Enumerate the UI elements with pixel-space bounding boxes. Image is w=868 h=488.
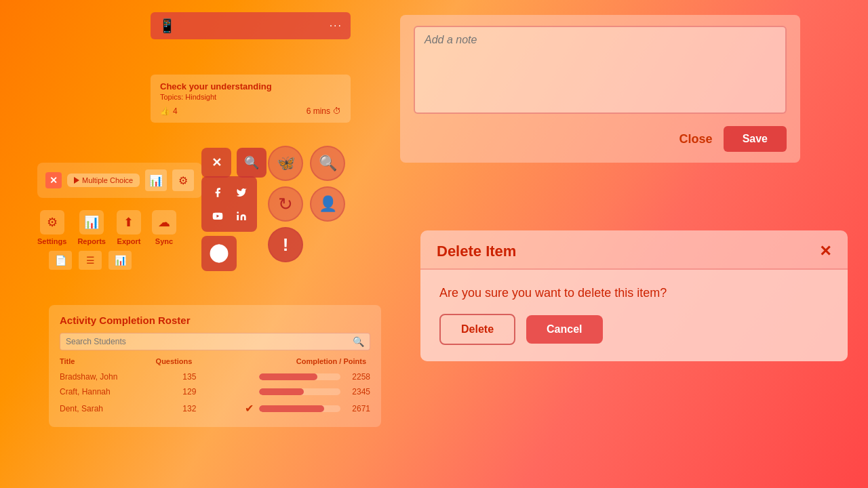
search-icon: 🔍 (353, 336, 364, 347)
list-icon-button[interactable]: ☰ (79, 251, 102, 270)
phone-icon: 📱 (159, 18, 176, 34)
reports-icon: 📊 (79, 210, 104, 235)
points-value: 2258 (346, 372, 370, 382)
note-save-button[interactable]: Save (724, 126, 787, 152)
course-likes: 👍4 (160, 106, 178, 116)
col-title: Title (60, 356, 140, 369)
multiple-choice-button[interactable]: Multiple Choice (67, 174, 140, 187)
progress-bar-fill (259, 405, 324, 412)
export-tool[interactable]: ⬆ Export (117, 210, 141, 245)
delete-dialog-header: Delete Item ✕ (420, 230, 848, 260)
sync-tool[interactable]: ☁ Sync (152, 210, 176, 245)
search-row[interactable]: 🔍 (60, 333, 370, 350)
question-count: 129 (140, 384, 196, 399)
delete-dialog-close-button[interactable]: ✕ (819, 243, 831, 260)
youtube-icon[interactable] (208, 207, 227, 226)
question-count: 135 (140, 369, 196, 384)
progress-bar-background (259, 373, 340, 380)
progress-bar-fill (259, 388, 304, 395)
network-icon-button[interactable] (201, 236, 237, 271)
student-name: Craft, Hannah (60, 384, 140, 399)
search-square-button[interactable]: 🔍 (237, 148, 267, 178)
bar-chart-button[interactable]: 📊 (145, 169, 167, 191)
settings-icon: ⚙ (40, 210, 64, 235)
icon-grid-top: ✕ 🔍 (201, 148, 267, 178)
delete-dialog-title: Delete Item (437, 243, 516, 260)
search-circle-icon[interactable]: 🔍 (310, 146, 345, 181)
bottom-toolbar: ⚙ Settings 📊 Reports ⬆ Export ☁ Sync (37, 210, 176, 245)
course-title: Check your understanding (160, 81, 341, 92)
course-time: 6 mins⏱ (307, 106, 341, 116)
delete-dialog-text: Are you sure you want to delete this ite… (439, 286, 667, 300)
progress-bar-fill (259, 373, 317, 380)
delete-confirm-button[interactable]: Delete (439, 314, 515, 345)
add-note-panel: Close Save (400, 15, 800, 163)
completion-bar-cell: 2258 (196, 369, 370, 384)
note-textarea[interactable] (414, 26, 787, 114)
progress-bar-background (259, 388, 340, 395)
chart-icon-button[interactable]: 📊 (108, 251, 132, 270)
progress-bar-background (259, 405, 340, 412)
cancel-button[interactable]: Cancel (526, 315, 602, 344)
settings-gear-button[interactable]: ⚙ (172, 169, 194, 191)
roster-title: Activity Completion Roster (60, 314, 370, 326)
svg-point-1 (237, 211, 239, 214)
settings-label: Settings (37, 237, 66, 245)
reports-tool[interactable]: 📊 Reports (77, 210, 106, 245)
icon-row-2: ↻ 👤 (268, 186, 345, 222)
user-circle-icon[interactable]: 👤 (310, 186, 345, 222)
play-icon (74, 177, 79, 184)
close-icon-button[interactable]: ✕ (201, 148, 231, 178)
note-close-button[interactable]: Close (679, 132, 713, 146)
note-actions: Close Save (414, 126, 787, 152)
table-row: Dent, Sarah132✔2671 (60, 399, 370, 418)
question-count: 132 (140, 399, 196, 418)
toolbar-close-button[interactable]: ✕ (45, 172, 62, 188)
delete-dialog-actions: Delete Cancel (439, 314, 829, 345)
completion-checkmark: ✔ (245, 402, 254, 415)
toolbar-panel: ✕ Multiple Choice 📊 ⚙ (37, 163, 202, 198)
linkedin-icon[interactable] (232, 207, 251, 226)
exclamation-icon[interactable]: ! (268, 227, 303, 262)
roster-panel: Activity Completion Roster 🔍 Title Quest… (49, 305, 381, 427)
phone-widget: 📱 ··· (151, 12, 351, 39)
butterfly-icon[interactable]: 🦋 (268, 146, 303, 181)
student-name: Bradshaw, John (60, 369, 140, 384)
export-label: Export (117, 237, 141, 245)
delete-dialog-body: Are you sure you want to delete this ite… (420, 270, 848, 361)
table-row: Craft, Hannah1292345 (60, 384, 370, 399)
reports-label: Reports (77, 237, 106, 245)
social-icons-panel (201, 176, 257, 232)
document-icon-button[interactable]: 📄 (49, 251, 72, 270)
course-card: Check your understanding Topics: Hindsig… (151, 75, 351, 123)
sub-toolbar: 📄 ☰ 📊 (49, 251, 132, 270)
delete-dialog: Delete Item ✕ Are you sure you want to d… (420, 230, 848, 361)
completion-bar-cell: 2345 (196, 384, 370, 399)
facebook-icon[interactable] (208, 183, 227, 202)
phone-dots: ··· (330, 20, 342, 32)
col-questions: Questions (140, 356, 196, 369)
course-topic: Topics: Hindsight (160, 93, 341, 101)
col-completion: Completion / Points (196, 356, 370, 369)
sync-label: Sync (155, 237, 173, 245)
search-students-input[interactable] (66, 337, 353, 346)
twitter-icon[interactable] (232, 183, 251, 202)
icon-row-1: 🦋 🔍 (268, 146, 345, 181)
sync-icon: ☁ (152, 210, 176, 235)
export-icon: ⬆ (117, 210, 141, 235)
completion-bar-cell: ✔2671 (196, 399, 370, 418)
points-value: 2671 (346, 404, 370, 413)
points-value: 2345 (346, 387, 370, 396)
refresh-icon[interactable]: ↻ (268, 186, 303, 222)
student-name: Dent, Sarah (60, 399, 140, 418)
roster-table: Title Questions Completion / Points Brad… (60, 356, 370, 418)
table-row: Bradshaw, John1352258 (60, 369, 370, 384)
multiple-choice-label: Multiple Choice (82, 176, 133, 184)
icon-row-3: ! (268, 227, 303, 262)
settings-tool[interactable]: ⚙ Settings (37, 210, 66, 245)
